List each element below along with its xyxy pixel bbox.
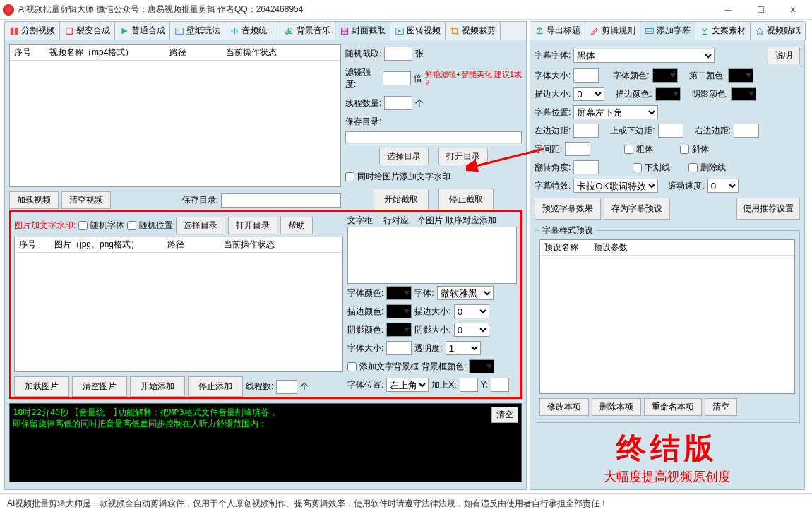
tab-add-subtitle[interactable]: 添加字幕 [640, 22, 695, 40]
thread-count-input[interactable] [384, 96, 412, 110]
svg-rect-12 [646, 28, 654, 33]
promo-title: 终结版 [535, 429, 800, 468]
clear-log-button[interactable]: 清空 [491, 407, 518, 423]
tab-fission[interactable]: 裂变合成 [60, 22, 115, 40]
load-img-button[interactable]: 加载图片 [14, 376, 69, 397]
close-button[interactable]: ✕ [777, 0, 809, 20]
shadow-size-select[interactable]: 0 [454, 323, 489, 337]
topbot-dist-input[interactable] [658, 124, 683, 138]
titlebar: AI视频批量剪辑大师 微信公众号：唐易视频批量剪辑 作者QQ：264246895… [0, 0, 812, 20]
tab-img2vid[interactable]: 图转视频 [390, 22, 446, 40]
delete-button[interactable]: 删除本项 [592, 398, 641, 416]
random-cap-input[interactable] [384, 47, 412, 61]
underline-checkbox[interactable] [633, 163, 642, 172]
tab-split[interactable]: 分割视频 [5, 22, 60, 40]
window-title: AI视频批量剪辑大师 微信公众号：唐易视频批量剪辑 作者QQ：264246895… [18, 4, 712, 16]
clear-video-button[interactable]: 清空视频 [61, 191, 111, 209]
sub-font-select[interactable]: 黑体 [573, 49, 715, 63]
img-table-body[interactable] [15, 253, 342, 371]
filter-strength-input[interactable] [383, 71, 411, 85]
preview-button[interactable]: 预览字幕效果 [535, 198, 601, 220]
save-dir-input[interactable] [221, 193, 341, 208]
svg-rect-7 [234, 28, 235, 34]
app-icon [3, 4, 14, 16]
save-preset-button[interactable]: 存为字幕预设 [604, 198, 670, 220]
sub-fontsize-input[interactable] [573, 68, 599, 83]
start-capture-button[interactable]: 开始截取 [374, 189, 429, 210]
tab-wallpaper[interactable]: 壁纸玩法 [170, 22, 225, 40]
sub-color2-picker[interactable] [728, 68, 753, 83]
threads-input[interactable] [276, 380, 297, 394]
sub-pos-select[interactable]: 屏幕左下角 [573, 105, 658, 119]
right-dist-input[interactable] [734, 124, 759, 138]
kerning-input[interactable] [565, 142, 590, 156]
img-table-header: 序号 图片（jpg、png格式） 路径 当前操作状态 [15, 237, 342, 253]
tab-bgm[interactable]: 背景音乐 [280, 22, 335, 40]
help-button[interactable]: 帮助 [280, 217, 313, 234]
stop-add-button[interactable]: 停止添加 [188, 376, 243, 397]
minimize-button[interactable]: ─ [712, 0, 744, 20]
font-pos-select[interactable]: 左上角 [386, 378, 429, 392]
rotate-input[interactable] [573, 160, 599, 174]
effect-select[interactable]: 卡拉OK歌词特效 [573, 179, 658, 193]
load-video-button[interactable]: 加载视频 [9, 191, 59, 209]
preset-table-body[interactable] [540, 256, 794, 332]
sub-shadowcolor-picker[interactable] [731, 87, 756, 101]
stop-capture-button[interactable]: 停止截取 [438, 189, 494, 210]
select-dir-button[interactable]: 选择目录 [379, 148, 429, 165]
svg-marker-3 [122, 28, 128, 34]
tab-cover[interactable]: 封面截取 [335, 22, 390, 40]
rename-button[interactable]: 重命名本项 [644, 398, 702, 416]
sub-stroke-size-select[interactable]: 0 [573, 87, 604, 101]
video-table-header: 序号 视频名称（mp4格式） 路径 当前操作状态 [10, 45, 340, 61]
addx-input[interactable] [460, 378, 478, 392]
open-dir2-button[interactable]: 打开目录 [228, 217, 277, 234]
scroll-speed-select[interactable]: 0 [707, 179, 739, 193]
bold-checkbox[interactable] [624, 145, 633, 154]
use-rec-button[interactable]: 使用推荐设置 [736, 198, 800, 220]
tab-sticker[interactable]: 视频贴纸 [751, 22, 806, 40]
text-bg-checkbox[interactable] [347, 362, 357, 371]
strike-checkbox[interactable] [688, 163, 698, 172]
tab-edit-rules[interactable]: 剪辑规则 [585, 22, 640, 40]
tab-copywriting[interactable]: 文案素材 [695, 22, 751, 40]
random-font-checkbox[interactable] [78, 221, 88, 230]
font-size-input[interactable] [386, 341, 412, 355]
watermark-checkbox[interactable] [345, 172, 354, 181]
left-tabs: 分割视频 裂变合成 普通合成 壁纸玩法 音频统一 背景音乐 封面截取 图转视频 … [4, 21, 527, 40]
stroke-color-picker[interactable] [386, 304, 412, 318]
bg-color-picker[interactable] [469, 359, 494, 373]
tab-audio[interactable]: 音频统一 [225, 22, 280, 40]
sub-strokecolor-picker[interactable] [655, 87, 681, 101]
svg-rect-4 [176, 28, 184, 34]
open-dir-button[interactable]: 打开目录 [438, 148, 488, 165]
start-add-button[interactable]: 开始添加 [130, 376, 185, 397]
promo-subtitle: 大幅度提高视频原创度 [535, 468, 800, 485]
font-select[interactable]: 微软雅黑 [437, 286, 494, 300]
sub-fontcolor-picker[interactable] [652, 68, 678, 83]
left-dist-input[interactable] [573, 124, 599, 138]
modify-button[interactable]: 修改本项 [539, 398, 589, 416]
watermark-text-input[interactable] [347, 227, 517, 284]
svg-rect-1 [15, 27, 18, 35]
explain-button[interactable]: 说明 [768, 47, 800, 64]
font-color-picker[interactable] [386, 286, 412, 300]
save-dir2-input[interactable] [345, 131, 522, 143]
select-dir2-button[interactable]: 选择目录 [176, 217, 225, 234]
svg-point-5 [177, 29, 179, 31]
video-table-body[interactable] [10, 61, 340, 186]
italic-checkbox[interactable] [680, 145, 689, 154]
clear-preset-button[interactable]: 清空 [705, 398, 737, 416]
opacity-select[interactable]: 1 [446, 341, 481, 355]
maximize-button[interactable]: ☐ [744, 0, 777, 20]
shadow-color-picker[interactable] [386, 323, 412, 337]
random-pos-checkbox[interactable] [127, 221, 136, 230]
svg-rect-6 [232, 30, 233, 32]
stroke-size-select[interactable]: 0 [454, 304, 489, 318]
right-tabs: 导出标题 剪辑规则 添加字幕 文案素材 视频贴纸 [530, 21, 805, 40]
tab-normal[interactable]: 普通合成 [115, 22, 170, 40]
tab-export-title[interactable]: 导出标题 [530, 22, 585, 40]
clear-img-button[interactable]: 清空图片 [72, 376, 127, 397]
tab-crop[interactable]: 视频裁剪 [446, 22, 501, 40]
addy-input[interactable] [491, 378, 509, 392]
